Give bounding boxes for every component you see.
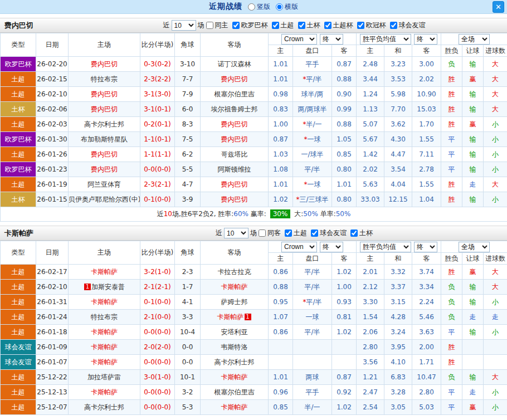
away-odds-cell: 0.80 (332, 192, 357, 207)
competition-filter[interactable]: 欧冠杯 (357, 21, 386, 30)
corner-cell: 3-2 (175, 385, 201, 400)
away-odds-cell: 0.93 (332, 295, 357, 310)
col-score-header: 比分(半场) (140, 241, 175, 265)
summary-segment: 大: (292, 210, 303, 218)
avg-odds-select[interactable]: 胜平负均值 (360, 34, 411, 45)
vertical-layout-label: 竖版 (257, 2, 270, 12)
competition-filter[interactable]: 土超杯 (324, 21, 353, 30)
home-team-name: 高卡尔利士邦 (84, 403, 124, 411)
competition-filter[interactable]: 球会友谊 (311, 228, 347, 238)
competition-filter[interactable]: 土超 (285, 228, 307, 238)
handicap-result-cell: 输 (462, 147, 484, 162)
handicap-result-cell (462, 340, 484, 355)
score-cell: 0-0(0-0) (140, 325, 175, 340)
sub-avg-away-header: 客 (412, 45, 441, 57)
layout-radio-vertical[interactable]: 竖版 (248, 2, 270, 12)
handicap-cell: 平手 (293, 385, 332, 400)
home-odds-cell: 1.08 (269, 162, 293, 177)
competition-filter[interactable]: 土超 (272, 21, 294, 30)
near-count-select[interactable]: 10 (172, 20, 196, 31)
goals-result-cell: 大 (484, 280, 507, 295)
final-avg-select[interactable]: 终 (414, 242, 437, 252)
same-venue-checkbox[interactable] (259, 229, 266, 237)
final-odds-select[interactable]: 终 (320, 242, 343, 252)
competition-checkbox[interactable] (311, 229, 318, 237)
competition-label: 欧冠杯 (366, 21, 386, 30)
away-team-cell: 卡斯帕萨 (201, 400, 269, 415)
away-odds-cell: 0.85 (332, 147, 357, 162)
summary-segment: 50% (303, 210, 318, 218)
competition-checkbox[interactable] (390, 22, 397, 29)
home-team-cell: 费内巴切 (69, 87, 140, 102)
competition-filter[interactable]: 土杯 (298, 21, 320, 30)
handicap-result-cell: 输 (462, 325, 484, 340)
sub-goals-header: 进球数 (484, 45, 507, 57)
away-team-name: 卡拉古拉克 (218, 268, 251, 276)
vertical-layout-radio[interactable] (248, 3, 255, 11)
same-venue-checkbox[interactable] (206, 22, 213, 29)
handicap-result-cell: 走 (462, 385, 484, 400)
competition-cell: 欧罗巴杯 (1, 162, 36, 177)
final-avg-select[interactable]: 终 (414, 34, 437, 45)
date-cell: 26-02-03 (36, 117, 69, 132)
home-team-name: 卡斯帕萨 (91, 358, 118, 366)
competition-checkbox[interactable] (298, 22, 305, 29)
competition-filter[interactable]: 土杯 (350, 228, 373, 238)
full-match-selects: 全场 (441, 242, 507, 252)
page-title: 近期战绩 (209, 2, 242, 12)
competition-checkbox[interactable] (285, 229, 292, 237)
layout-radio-horizontal[interactable]: 横版 (276, 2, 298, 12)
competition-cell: 土超 (1, 87, 36, 102)
date-cell: 25-12-07 (36, 400, 69, 415)
score-cell: 3-1(0-1) (140, 102, 175, 117)
competition-cell: 土超 (1, 325, 36, 340)
score-cell: 1-1(1-1) (140, 147, 175, 162)
same-venue-filter[interactable]: 同主 (206, 21, 228, 30)
competition-filter[interactable]: 欧罗巴杯 (232, 21, 268, 30)
handicap-result-cell: 输 (462, 192, 484, 207)
away-odds-cell: 1.05 (332, 132, 357, 147)
competition-checkbox[interactable] (350, 229, 358, 237)
result-cell: 负 (441, 310, 462, 325)
bookmaker-selects: Crown终 (269, 34, 356, 45)
full-match-select[interactable]: 全场 (459, 242, 490, 252)
home-team-name: 卡斯帕萨 (91, 388, 118, 396)
corner-cell: 3-3 (175, 310, 201, 325)
sub-avg-home-header: 主 (357, 45, 384, 57)
handicap-result-cell: 走 (462, 310, 484, 325)
goals-result-cell: 大 (484, 72, 507, 87)
col-home-header: 主场 (69, 33, 140, 57)
avg-home-cell: 5.67 (357, 132, 384, 147)
avg-away-cell: 3.00 (412, 57, 441, 72)
bookmaker-select[interactable]: Crown (281, 242, 317, 252)
avg-home-cell: 2.02 (357, 162, 384, 177)
handicap-result-cell: 赢 (462, 72, 484, 87)
match-row: 土超26-02-101加斯安泰普2-1(2-1)1-7卡斯帕萨0.88平/半1.… (1, 280, 507, 295)
away-odds-cell: 0.88 (332, 72, 357, 87)
competition-filter[interactable]: 球会友谊 (390, 21, 426, 30)
competition-checkbox[interactable] (357, 22, 364, 29)
horizontal-layout-radio[interactable] (276, 3, 283, 11)
close-button[interactable]: ✕ (493, 1, 504, 13)
final-odds-select[interactable]: 终 (320, 34, 343, 45)
avg-away-cell: 5.03 (412, 400, 441, 415)
sub-result-header: 胜负 (441, 253, 462, 265)
corner-cell: 0-0 (175, 340, 201, 355)
avg-odds-select[interactable]: 胜平负均值 (360, 242, 411, 252)
near-count-select[interactable]: 10 (224, 228, 248, 238)
avg-away-cell: 3.34 (412, 280, 441, 295)
sub-avg-draw-header: 和 (384, 45, 412, 57)
avg-draw-cell: 3.62 (384, 117, 412, 132)
away-team-name: 卡斯帕萨 (221, 283, 248, 291)
corner-cell: 6-2 (175, 147, 201, 162)
bookmaker-select[interactable]: Crown (281, 34, 317, 45)
away-team-name: 费内巴切 (221, 196, 248, 203)
avg-home-cell: 3.44 (357, 72, 384, 87)
competition-cell: 土超 (1, 72, 36, 87)
competition-checkbox[interactable] (232, 22, 240, 29)
same-venue-filter[interactable]: 同客 (259, 228, 281, 238)
competition-checkbox[interactable] (272, 22, 279, 29)
full-match-select[interactable]: 全场 (459, 34, 490, 45)
avg-draw-cell: 7.70 (384, 102, 412, 117)
competition-checkbox[interactable] (324, 22, 332, 29)
